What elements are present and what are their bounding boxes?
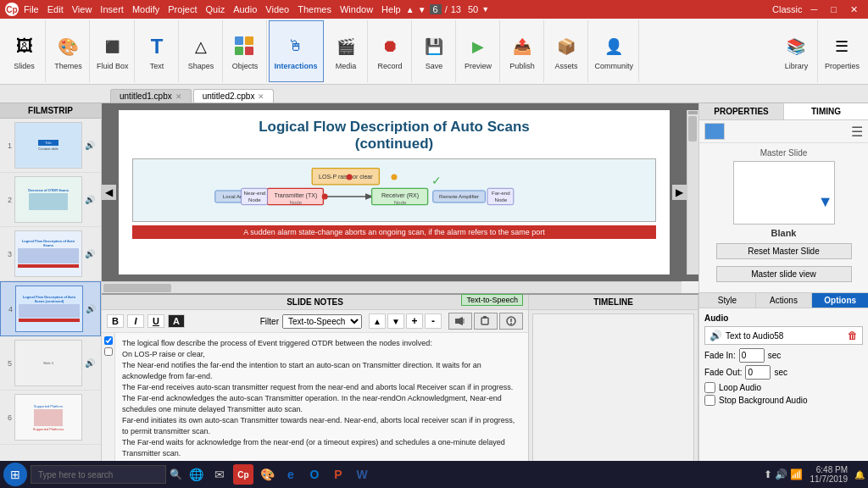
menu-quiz[interactable]: Quiz — [206, 4, 225, 14]
stop-bg-audio-checkbox[interactable] — [704, 395, 715, 406]
vertical-scrollbar[interactable] — [687, 110, 698, 274]
filter-dropdown[interactable]: Text-to-Speech All — [282, 314, 362, 329]
tab1-close[interactable]: ✕ — [175, 92, 182, 101]
notes-check2[interactable] — [104, 347, 113, 356]
toolbar-assets[interactable]: 📦 Assets — [546, 20, 588, 82]
master-slide-thumb-wrapper: ▼ — [733, 161, 835, 225]
notes-check1[interactable] — [104, 336, 113, 345]
menu-view[interactable]: View — [72, 4, 92, 14]
taskbar-paint-icon[interactable]: 🎨 — [257, 464, 277, 485]
toolbar-publish[interactable]: 📤 Publish — [502, 20, 544, 82]
stop-bg-audio-row: Stop Background Audio — [704, 395, 863, 406]
fade-in-input[interactable] — [739, 348, 765, 363]
tab-bar: untitled1.cpbx ✕ untitled2.cpbx ✕ — [0, 85, 868, 103]
toolbar-shapes[interactable]: △ Shapes — [181, 20, 223, 82]
menu-video[interactable]: Video — [265, 4, 289, 14]
toolbar-fluidbox[interactable]: ⬛ Fluid Box — [92, 20, 135, 82]
loop-audio-checkbox[interactable] — [704, 382, 715, 393]
taskbar-outlook-icon[interactable]: O — [304, 464, 325, 485]
taskbar-notification[interactable]: 🔔 — [854, 470, 865, 480]
master-dropdown-arrow[interactable]: ▼ — [818, 193, 833, 211]
reset-master-button[interactable]: Reset Master Slide — [716, 243, 852, 259]
toolbar-preview[interactable]: ▶ Preview — [458, 20, 500, 82]
toolbar-properties[interactable]: ☰ Properties — [820, 20, 865, 82]
properties-tab[interactable]: PROPERTIES — [699, 103, 784, 119]
menu-project[interactable]: Project — [168, 4, 197, 14]
add-btn[interactable]: + — [406, 313, 423, 329]
filmstrip-slide-1[interactable]: 1 Title Content slide 🔊 — [0, 119, 101, 173]
toolbar-record[interactable]: ⏺ Record — [370, 20, 412, 82]
fade-in-unit: sec — [768, 351, 782, 360]
filmstrip-slide-6[interactable]: 6 Supported Platform Supported Platforms — [0, 391, 101, 445]
toolbar-community[interactable]: 👤 Community — [590, 20, 640, 82]
taskbar-ie-icon[interactable]: e — [281, 464, 301, 485]
filmstrip-slide-4[interactable]: 4 Logical Flow Description of Auto Scans… — [0, 281, 101, 336]
taskbar-globe-icon[interactable]: 🌐 — [186, 464, 206, 485]
nav-down-btn[interactable]: ▼ — [387, 313, 404, 329]
filmstrip-slide-2[interactable]: 2 Overview of OTDR Scans 🔊 — [0, 173, 101, 227]
tab-untitled1[interactable]: untitled1.cpbx ✕ — [110, 89, 192, 103]
bold-button[interactable]: B — [107, 314, 124, 328]
scroll-left[interactable]: ◀ — [102, 185, 116, 200]
toolbar-media[interactable]: 🎬 Media — [326, 20, 368, 82]
toolbar-interactions[interactable]: 🖱 Interactions — [269, 20, 324, 82]
nav-up-btn[interactable]: ▲ — [369, 313, 386, 329]
taskbar-search[interactable] — [31, 465, 166, 484]
tab-untitled2[interactable]: untitled2.cpbx ✕ — [193, 89, 275, 103]
delete-audio-button[interactable]: 🗑 — [848, 330, 858, 341]
menu-themes[interactable]: Themes — [298, 4, 331, 14]
nav-arrow-down[interactable]: ▼ — [418, 5, 426, 14]
options-tab[interactable]: Options — [812, 293, 868, 308]
filmstrip-slide-5[interactable]: 5 Slide 5 🔊 — [0, 336, 101, 391]
actions-tab[interactable]: Actions — [755, 293, 813, 308]
start-button[interactable]: ⊞ — [3, 463, 27, 486]
scroll-handle-v[interactable] — [688, 116, 697, 141]
toolbar-slides[interactable]: 🖼 Slides — [3, 20, 46, 82]
toolbar-objects[interactable]: Objects — [225, 20, 267, 82]
text-icon: T — [143, 33, 170, 60]
window-minimize[interactable]: ─ — [806, 4, 823, 15]
taskbar-mail-icon[interactable]: ✉ — [209, 464, 230, 485]
tab2-close[interactable]: ✕ — [258, 92, 264, 101]
scroll-track-v[interactable] — [687, 115, 698, 274]
timing-tab[interactable]: TIMING — [784, 103, 868, 119]
tts-btn2[interactable] — [474, 313, 498, 330]
nav-arrow-up[interactable]: ▲ — [406, 5, 415, 14]
toolbar-text[interactable]: T Text — [136, 20, 179, 82]
tts-icon-btn[interactable] — [448, 313, 472, 330]
menu-window[interactable]: Window — [340, 4, 373, 14]
menu-insert[interactable]: Insert — [100, 4, 124, 14]
color-button[interactable]: A — [168, 314, 185, 328]
scroll-handle-h[interactable] — [103, 284, 171, 292]
filmstrip-slide-3[interactable]: 3 Logical Flow Description of Auto Scans… — [0, 227, 101, 281]
menu-file[interactable]: File — [24, 4, 39, 14]
window-maximize[interactable]: □ — [826, 4, 842, 15]
style-tab[interactable]: Style — [699, 293, 755, 308]
color-swatch[interactable] — [704, 123, 725, 140]
italic-button[interactable]: I — [127, 314, 144, 328]
menu-audio[interactable]: Audio — [233, 4, 257, 14]
taskbar-cp-icon[interactable]: Cp — [233, 464, 253, 485]
scroll-thumb-v[interactable] — [688, 111, 698, 114]
taskbar-word-icon[interactable]: W — [352, 464, 372, 485]
toolbar-themes[interactable]: 🎨 Themes — [47, 20, 90, 82]
menu-edit[interactable]: Edit — [47, 4, 64, 14]
window-close[interactable]: ✕ — [845, 4, 863, 15]
panel-menu[interactable]: ☰ — [851, 124, 863, 140]
nav-dropdown[interactable]: ▼ — [481, 5, 489, 14]
underline-button[interactable]: U — [147, 314, 164, 328]
master-view-button[interactable]: Master slide view — [716, 266, 852, 282]
scroll-right[interactable]: ▶ — [672, 185, 687, 200]
loop-audio-row: Loop Audio — [704, 382, 863, 393]
toolbar-library[interactable]: 📚 Library — [776, 20, 818, 82]
tts-btn3[interactable] — [499, 313, 523, 330]
horizontal-scrollbar[interactable] — [102, 281, 682, 293]
toolbar-save[interactable]: 💾 Save — [414, 20, 456, 82]
svg-text:Node: Node — [494, 197, 507, 202]
menu-bar[interactable]: File Edit View Insert Modify Project Qui… — [24, 4, 401, 14]
fade-out-input[interactable] — [745, 365, 771, 380]
taskbar-powerpoint-icon[interactable]: P — [328, 464, 348, 485]
delete-btn[interactable]: - — [425, 313, 442, 329]
menu-modify[interactable]: Modify — [132, 4, 159, 14]
menu-help[interactable]: Help — [381, 4, 401, 14]
